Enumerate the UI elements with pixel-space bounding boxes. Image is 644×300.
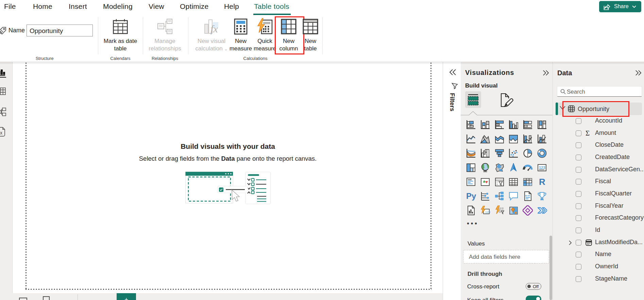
svg-text:123: 123	[485, 210, 490, 214]
svg-text:Py: Py	[466, 191, 476, 201]
svg-text:R: R	[539, 177, 545, 187]
svg-text:123: 123	[539, 165, 545, 170]
svg-text:AX: AX	[0, 131, 2, 135]
